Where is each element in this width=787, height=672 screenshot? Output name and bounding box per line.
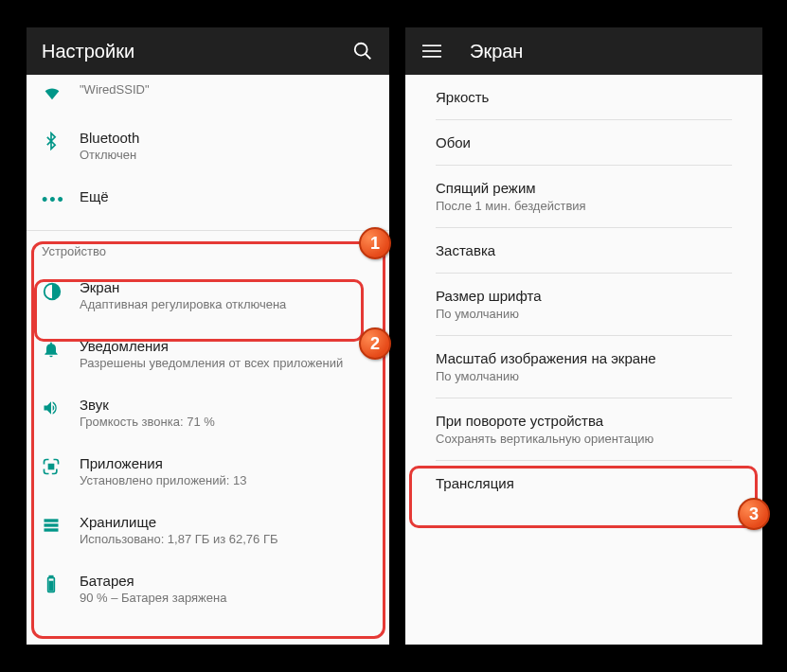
section-device: Устройство — [27, 231, 389, 266]
bluetooth-title: Bluetooth — [80, 130, 374, 146]
row-wallpaper[interactable]: Обои — [405, 120, 762, 165]
row-rotate[interactable]: При повороте устройства Сохранять вертик… — [405, 398, 762, 460]
step-badge-1: 1 — [359, 227, 391, 259]
display-title: Экран — [80, 279, 374, 295]
row-battery[interactable]: Батарея 90 % – Батарея заряжена — [27, 559, 389, 618]
appbar-title: Настройки — [42, 41, 351, 62]
fontsize-title: Размер шрифта — [436, 288, 732, 304]
svg-rect-10 — [422, 56, 441, 58]
svg-rect-6 — [49, 576, 52, 578]
fontsize-sub: По умолчанию — [436, 307, 732, 321]
display-list: Яркость Обои Спящий режим После 1 мин. б… — [405, 75, 762, 505]
wallpaper-label: Обои — [436, 134, 732, 150]
svg-line-1 — [366, 54, 371, 60]
row-notifications[interactable]: Уведомления Разрешены уведомления от все… — [27, 325, 389, 383]
row-bluetooth[interactable]: Bluetooth Отключен — [27, 116, 389, 175]
appbar-display: Экран — [405, 27, 762, 75]
rotate-sub: Сохранять вертикальную ориентацию — [436, 432, 732, 446]
settings-list: Wi-Fi "WiredSSID" Bluetooth Отключен •••… — [27, 75, 389, 618]
bell-icon — [42, 338, 80, 359]
row-more[interactable]: ••• Ещё — [27, 175, 389, 230]
svg-rect-9 — [422, 50, 441, 52]
row-brightness[interactable]: Яркость — [405, 75, 762, 119]
row-sound[interactable]: Звук Громкость звонка: 71 % — [27, 383, 389, 442]
row-apps[interactable]: Приложения Установлено приложений: 13 — [27, 442, 389, 501]
apps-sub: Установлено приложений: 13 — [80, 473, 374, 487]
step-badge-2: 2 — [359, 327, 391, 360]
sound-icon — [42, 397, 80, 417]
settings-screen: Настройки Wi-Fi "WiredSSID" Bluetooth От… — [27, 27, 389, 645]
svg-point-0 — [355, 44, 367, 56]
row-fontsize[interactable]: Размер шрифта По умолчанию — [405, 274, 762, 335]
row-wifi[interactable]: Wi-Fi "WiredSSID" — [27, 75, 389, 116]
battery-title: Батарея — [80, 573, 374, 589]
wifi-sub: "WiredSSID" — [80, 82, 374, 97]
sleep-sub: После 1 мин. бездействия — [436, 199, 732, 213]
more-title: Ещё — [80, 188, 374, 204]
svg-rect-4 — [45, 528, 59, 531]
bluetooth-sub: Отключен — [80, 148, 374, 162]
svg-rect-7 — [49, 581, 54, 592]
row-screensaver[interactable]: Заставка — [405, 228, 762, 273]
sound-sub: Громкость звонка: 71 % — [80, 415, 374, 429]
appbar-title-right: Экран — [470, 41, 747, 62]
storage-sub: Использовано: 1,87 ГБ из 62,76 ГБ — [80, 532, 374, 546]
battery-sub: 90 % – Батарея заряжена — [80, 591, 374, 605]
row-storage[interactable]: Хранилище Использовано: 1,87 ГБ из 62,76… — [27, 501, 389, 559]
screensaver-label: Заставка — [436, 242, 732, 258]
display-icon — [42, 279, 80, 302]
step-badge-3: 3 — [738, 498, 770, 530]
cast-label: Трансляция — [436, 475, 732, 491]
rotate-title: При повороте устройства — [436, 413, 732, 429]
notifications-title: Уведомления — [80, 338, 374, 354]
wifi-icon — [42, 80, 80, 103]
storage-icon — [42, 514, 80, 535]
row-sleep[interactable]: Спящий режим После 1 мин. бездействия — [405, 166, 762, 227]
displaysize-title: Масштаб изображения на экране — [436, 350, 732, 366]
svg-rect-8 — [422, 44, 441, 46]
displaysize-sub: По умолчанию — [436, 369, 732, 383]
hamburger-icon[interactable] — [420, 40, 443, 62]
storage-title: Хранилище — [80, 514, 374, 530]
notifications-sub: Разрешены уведомления от всех приложений — [80, 356, 374, 370]
svg-rect-3 — [45, 523, 59, 526]
search-icon[interactable] — [351, 40, 374, 62]
sound-title: Звук — [80, 397, 374, 413]
apps-icon — [42, 455, 80, 476]
apps-title: Приложения — [80, 455, 374, 471]
bluetooth-icon — [42, 130, 80, 150]
row-display[interactable]: Экран Адаптивная регулировка отключена — [27, 266, 389, 325]
display-screen: Экран Яркость Обои Спящий режим После 1 … — [405, 27, 762, 645]
more-icon: ••• — [42, 188, 80, 210]
battery-icon — [42, 573, 80, 593]
row-displaysize[interactable]: Масштаб изображения на экране По умолчан… — [405, 336, 762, 398]
brightness-label: Яркость — [436, 89, 732, 105]
display-sub: Адаптивная регулировка отключена — [80, 297, 374, 311]
appbar-settings: Настройки — [27, 27, 389, 75]
svg-rect-2 — [45, 519, 59, 522]
row-cast[interactable]: Трансляция — [405, 461, 762, 505]
sleep-title: Спящий режим — [436, 180, 732, 196]
